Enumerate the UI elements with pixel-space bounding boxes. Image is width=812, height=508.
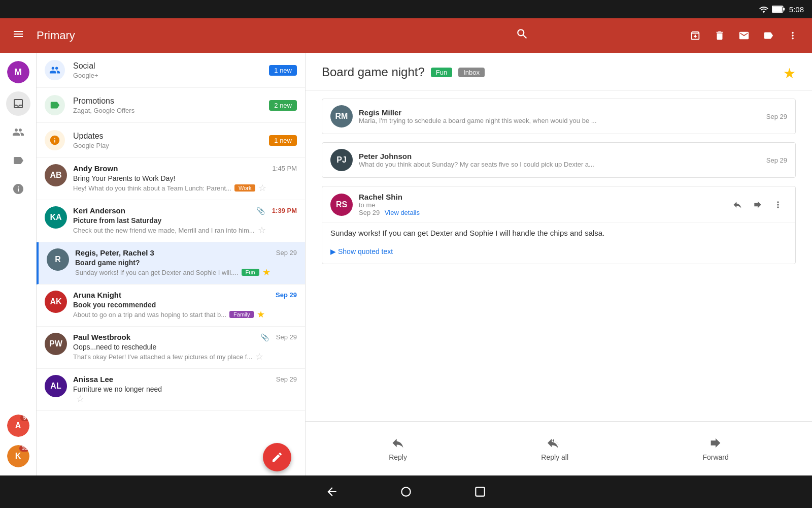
- email-subject: Oops...need to reschedule: [73, 343, 297, 351]
- thread-message-header-2[interactable]: PJ Peter Johnson What do you think about…: [322, 143, 795, 177]
- sidebar-item-labels[interactable]: [6, 148, 30, 173]
- reply-button-footer[interactable]: Reply: [373, 432, 423, 465]
- thread-avatar-1: RM: [330, 105, 353, 128]
- category-updates[interactable]: Updates Google Play 1 new: [37, 123, 305, 158]
- nav-bar: [0, 475, 812, 508]
- category-social[interactable]: Social Google+ 1 new: [37, 53, 305, 88]
- tag-work: Work: [234, 184, 255, 192]
- star-button[interactable]: ☆: [76, 393, 84, 404]
- more-message-button[interactable]: [769, 196, 787, 214]
- reply-button[interactable]: [728, 196, 747, 214]
- category-promotions[interactable]: Promotions Zagat, Google Offers 2 new: [37, 88, 305, 123]
- email-sender: Keri Anderson: [73, 206, 125, 215]
- email-avatar: AB: [45, 164, 67, 186]
- sidebar-item-people[interactable]: [6, 120, 30, 144]
- svg-rect-1: [783, 8, 784, 10]
- email-avatar: R: [47, 248, 69, 271]
- star-button[interactable]: ☆: [255, 351, 263, 362]
- thread-avatar-2: PJ: [330, 149, 353, 171]
- email-sender: Aruna Knight: [73, 291, 121, 299]
- back-button[interactable]: [325, 485, 339, 498]
- forward-button[interactable]: Forward: [686, 432, 745, 465]
- email-row[interactable]: KA Keri Anderson 📎 1:39 PM Picture from …: [37, 200, 305, 242]
- email-row[interactable]: PW Paul Westbrook 📎 Sep 29 Oops...need t…: [37, 327, 305, 369]
- show-quoted-button[interactable]: ▶ Show quoted text: [330, 247, 787, 256]
- email-preview: Hey! What do you think about a Team Lunc…: [73, 182, 297, 194]
- email-thread: RM Regis Miller Maria, I'm trying to sch…: [306, 90, 812, 421]
- email-detail: Board game night? Fun Inbox ★ RM Regis M…: [306, 53, 812, 475]
- email-avatar: AK: [45, 291, 67, 313]
- thread-sender-name-3: Rachel Shin: [359, 193, 728, 201]
- star-button[interactable]: ☆: [258, 225, 266, 236]
- attachment-icon: 📎: [260, 333, 269, 341]
- thread-sender-name-2: Peter Johnson: [359, 152, 766, 161]
- sidebar-item-info[interactable]: [6, 177, 30, 201]
- email-time: 1:45 PM: [273, 165, 297, 172]
- thread-message-actions: [728, 196, 787, 214]
- email-preview: Check out the new friend we made, Merril…: [73, 225, 297, 236]
- mail-button[interactable]: [733, 24, 755, 47]
- label-button[interactable]: [757, 24, 780, 47]
- more-button[interactable]: [782, 24, 804, 47]
- detail-star-button[interactable]: ★: [783, 65, 796, 82]
- search-button[interactable]: [512, 23, 533, 48]
- hamburger-button[interactable]: [8, 24, 28, 47]
- delete-button[interactable]: [708, 24, 731, 47]
- star-button[interactable]: ★: [257, 309, 265, 320]
- email-subject: Furniture we no longer need: [73, 385, 297, 393]
- user-avatar-2[interactable]: A 5: [7, 415, 29, 437]
- recents-button[interactable]: [473, 485, 487, 498]
- user-avatar[interactable]: M: [7, 61, 29, 83]
- archive-button[interactable]: [684, 24, 706, 47]
- tag-fun: Fun: [242, 269, 259, 276]
- svg-rect-2: [772, 7, 782, 12]
- reply-all-label: Reply all: [541, 453, 568, 461]
- email-body: Aruna Knight Sep 29 Book you recommended…: [73, 291, 297, 320]
- thread-preview-1: Maria, I'm trying to schedule a board ga…: [359, 117, 766, 124]
- user-avatar-3[interactable]: K 10: [7, 445, 29, 467]
- email-row[interactable]: AK Aruna Knight Sep 29 Book you recommen…: [37, 284, 305, 327]
- subject-tag-fun: Fun: [431, 68, 452, 77]
- status-bar: 5:08: [0, 0, 812, 18]
- thread-sender-info-1: Regis Miller Maria, I'm trying to schedu…: [359, 108, 766, 124]
- svg-rect-4: [476, 487, 484, 496]
- email-row[interactable]: AL Anissa Lee Sep 29 Furniture we no lon…: [37, 369, 305, 411]
- thread-sender-info-2: Peter Johnson What do you think about Su…: [359, 152, 766, 168]
- email-body: Anissa Lee Sep 29 Furniture we no longer…: [73, 375, 297, 404]
- thread-message-header-1[interactable]: RM Regis Miller Maria, I'm trying to sch…: [322, 99, 795, 134]
- email-time: Sep 29: [276, 249, 297, 257]
- forward-action-button[interactable]: [749, 196, 767, 214]
- social-name: Social: [73, 61, 269, 71]
- email-subject: Book you recommended: [73, 301, 297, 309]
- star-button[interactable]: ☆: [258, 182, 266, 194]
- thread-sender-name-1: Regis Miller: [359, 108, 766, 117]
- thread-body-3: Sunday works! If you can get Dexter and …: [322, 223, 795, 264]
- updates-name: Updates: [73, 132, 269, 141]
- status-icons: [759, 5, 785, 13]
- email-subject: Board game night?: [75, 259, 297, 267]
- thread-message-header-3[interactable]: RS Rachel Shin to me Sep 29 View details: [322, 186, 795, 223]
- thread-to-line: to me: [359, 201, 728, 209]
- home-button[interactable]: [399, 485, 413, 498]
- email-time: 1:39 PM: [272, 207, 297, 214]
- thread-date-1: Sep 29: [766, 113, 787, 120]
- star-button[interactable]: ★: [262, 267, 270, 278]
- battery-icon: [772, 5, 785, 13]
- email-time: Sep 29: [276, 291, 297, 299]
- compose-button[interactable]: [263, 443, 291, 471]
- toolbar-actions: [684, 24, 804, 47]
- reply-all-button[interactable]: Reply all: [525, 432, 585, 465]
- email-row[interactable]: AB Andy Brown 1:45 PM Bring Your Parents…: [37, 158, 305, 200]
- email-time: Sep 29: [276, 375, 297, 383]
- promotions-name: Promotions: [73, 97, 269, 106]
- tag-family: Family: [229, 311, 254, 318]
- email-subject: Picture from last Saturday: [73, 216, 297, 225]
- main-toolbar: Primary: [0, 18, 812, 53]
- detail-header: Board game night? Fun Inbox ★: [306, 53, 812, 90]
- view-details-link[interactable]: View details: [385, 209, 420, 216]
- email-preview: About to go on a trip and was hoping to …: [73, 309, 297, 320]
- sidebar-item-inbox[interactable]: [6, 91, 30, 116]
- subject-tag-inbox: Inbox: [458, 68, 485, 77]
- main-content: M A 5 K 10: [0, 53, 812, 475]
- email-row-active[interactable]: R Regis, Peter, Rachel 3 Sep 29 Board ga…: [37, 242, 305, 284]
